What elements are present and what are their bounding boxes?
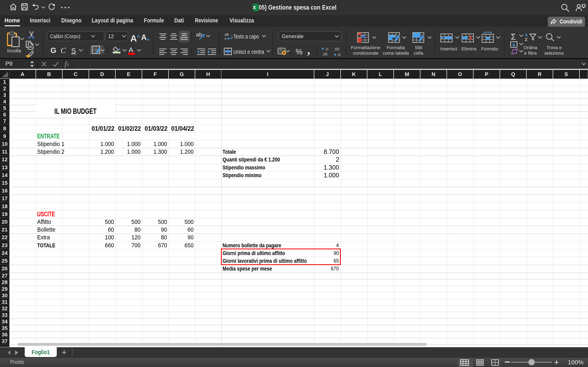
svg-text:Z: Z bbox=[525, 37, 527, 42]
svg-text:c: c bbox=[225, 36, 227, 41]
svg-text:,0: ,0 bbox=[337, 53, 341, 57]
svg-text:,00: ,00 bbox=[322, 52, 328, 56]
svg-text:ab: ab bbox=[225, 33, 229, 36]
svg-text:A: A bbox=[525, 33, 528, 37]
svg-text:,0: ,0 bbox=[325, 47, 328, 51]
svg-text:,00: ,00 bbox=[334, 47, 339, 51]
